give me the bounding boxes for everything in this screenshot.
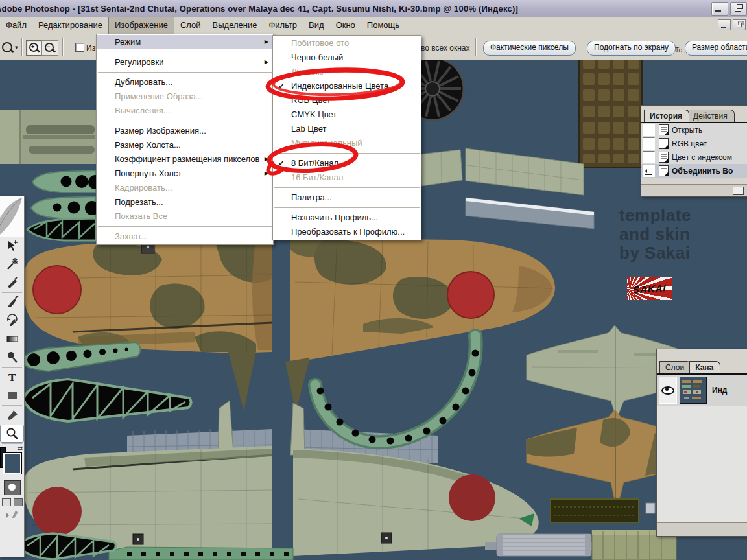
menu-item-label: Палитра... bbox=[291, 192, 332, 202]
menu-item-mode_submenu-15[interactable]: Преобразовать к Профилю... bbox=[273, 225, 421, 239]
menu-item-mode_submenu-14[interactable]: Назначить Профиль... bbox=[273, 211, 421, 225]
menu-item-image_menu-8[interactable]: Размер Изображения... bbox=[97, 124, 273, 138]
background-color-swatch[interactable] bbox=[3, 452, 22, 474]
zoom-in-button[interactable]: + bbox=[26, 40, 43, 56]
menubar-item-3[interactable]: Слой bbox=[174, 17, 207, 34]
history-brush-tool[interactable] bbox=[0, 312, 24, 330]
eyedropper-icon bbox=[5, 408, 19, 423]
options-button-2[interactable]: Размер области п bbox=[685, 41, 747, 56]
history-state-icon bbox=[659, 124, 669, 135]
menu-item-label: Повернуть Холст bbox=[115, 169, 182, 178]
menu-item-mode_submenu-7: Мультиканальный bbox=[273, 136, 421, 150]
menu-item-label: Lab Цвет bbox=[291, 124, 326, 134]
part-fuselage-strip bbox=[0, 110, 96, 164]
menu-item-mode_submenu-12[interactable]: Палитра... bbox=[273, 191, 421, 205]
jump-to-imageready-button[interactable] bbox=[6, 511, 19, 519]
menu-item-image_menu-11[interactable]: Повернуть Холст▶ bbox=[97, 167, 273, 181]
menu-item-label: Режим bbox=[115, 37, 141, 47]
menu-item-image_menu-0[interactable]: Режим▶ bbox=[97, 35, 273, 49]
zoom-icon bbox=[5, 426, 19, 441]
part-rib-pills bbox=[27, 170, 102, 240]
visibility-well[interactable] bbox=[659, 377, 677, 404]
menu-item-label: 16 Бит/Канал bbox=[291, 172, 343, 182]
title-bar[interactable]: Adobe Photoshop - [31st Sentai-2nd Chuta… bbox=[0, 0, 747, 18]
menubar-item-6[interactable]: Вид bbox=[303, 17, 330, 34]
dodge-tool[interactable] bbox=[0, 348, 24, 366]
menu-item-image_menu-9[interactable]: Размер Холста... bbox=[97, 138, 273, 152]
menubar-item-1[interactable]: Редактирование bbox=[32, 17, 108, 34]
menubar-item-2[interactable]: Изображение bbox=[108, 17, 174, 34]
options-button-1[interactable]: Подогнать по экрану bbox=[587, 41, 676, 56]
new-snapshot-icon[interactable] bbox=[733, 187, 744, 195]
menu-item-image_menu-4[interactable]: Дублировать... bbox=[97, 75, 273, 89]
menu-item-label: Кадрировать... bbox=[115, 183, 172, 192]
menubar-item-8[interactable]: Помощь bbox=[361, 17, 405, 34]
move-tool[interactable] bbox=[0, 237, 24, 255]
minimize-button[interactable] bbox=[711, 2, 728, 16]
zoom-out-button[interactable]: − bbox=[42, 40, 58, 56]
restore-button[interactable] bbox=[730, 2, 747, 16]
menu-item-label: Вычисления... bbox=[115, 106, 171, 115]
history-item-1[interactable]: RGB цвет bbox=[641, 137, 747, 150]
menu-item-image_menu-10[interactable]: Коэффициент размещения пикселов▶ bbox=[97, 152, 273, 167]
tab-channels_palette-0[interactable]: Слои bbox=[659, 361, 691, 373]
type-tool[interactable]: T bbox=[0, 368, 24, 386]
menu-item-mode_submenu-5[interactable]: CMYK Цвет bbox=[273, 108, 421, 122]
document-restore-button[interactable] bbox=[733, 19, 746, 30]
swap-colors-icon[interactable]: ⇄ bbox=[18, 445, 23, 452]
resize-windows-checkbox[interactable] bbox=[75, 43, 84, 52]
history-item-2[interactable]: Цвет с индексом bbox=[641, 150, 747, 164]
document-minimize-button[interactable] bbox=[718, 19, 731, 30]
menubar-item-7[interactable]: Окно bbox=[330, 17, 361, 34]
shape-tool[interactable] bbox=[0, 386, 24, 404]
magic-wand-tool[interactable] bbox=[0, 255, 24, 274]
options-button-0[interactable]: Фактические пикселы bbox=[483, 41, 576, 56]
history-source-well[interactable] bbox=[643, 137, 655, 150]
check-icon: ✓ bbox=[278, 156, 285, 170]
tab-history_palette-1[interactable]: Действия bbox=[687, 110, 735, 122]
menu-item-mode_submenu-9[interactable]: ✓8 Бит/Канал bbox=[273, 156, 421, 170]
divider bbox=[21, 38, 22, 56]
menubar-item-0[interactable]: Файл bbox=[0, 17, 32, 34]
quick-mask-mode-button[interactable] bbox=[4, 480, 21, 495]
gradient-tool[interactable] bbox=[0, 330, 24, 348]
menu-item-label: Применение Образа... bbox=[115, 91, 203, 101]
menu-item-label: Дублировать... bbox=[115, 77, 172, 87]
menu-item-mode_submenu-4[interactable]: RGB Цвет bbox=[273, 93, 421, 108]
slice-tool[interactable] bbox=[0, 274, 24, 292]
menu-item-image_menu-13[interactable]: Подрезать... bbox=[97, 195, 273, 209]
menu-item-image_menu-2[interactable]: Регулировки▶ bbox=[97, 55, 273, 69]
menu-item-label: CMYK Цвет bbox=[291, 110, 337, 119]
channel-row[interactable]: Инд bbox=[657, 375, 747, 406]
eyedropper-tool[interactable] bbox=[0, 406, 24, 425]
restore-icon bbox=[735, 6, 741, 12]
color-swatches[interactable]: ⇄ bbox=[0, 445, 24, 478]
menu-item-mode_submenu-3[interactable]: ✓Индексированные Цвета bbox=[273, 79, 421, 93]
part-olive-strip bbox=[551, 499, 655, 522]
toolbox-separator bbox=[2, 292, 22, 293]
menu-item-label: Размер Холста... bbox=[115, 140, 181, 150]
zoom-all-windows-label: во всех окнах bbox=[421, 43, 469, 52]
zoom-tool[interactable] bbox=[0, 425, 24, 443]
brush-tool[interactable] bbox=[0, 294, 24, 312]
history-item-label: Открыть bbox=[672, 126, 702, 135]
tab-channels_palette-1[interactable]: Кана bbox=[689, 361, 720, 373]
history-state-icon bbox=[659, 152, 669, 163]
menubar-item-5[interactable]: Фильтр bbox=[263, 17, 303, 34]
tab-history_palette-0[interactable]: История bbox=[644, 110, 689, 122]
full-screen-mode-button[interactable] bbox=[14, 498, 23, 506]
standard-screen-mode-button[interactable] bbox=[2, 498, 11, 506]
channels-palette-topband[interactable] bbox=[657, 349, 747, 360]
tool-preset-picker[interactable]: ▾ bbox=[2, 40, 21, 54]
menubar-item-4[interactable]: Выделение bbox=[207, 17, 263, 34]
channel-thumbnail bbox=[680, 377, 707, 404]
history-source-well[interactable] bbox=[643, 151, 655, 163]
menu-item-label: 8 Бит/Канал bbox=[291, 158, 338, 168]
menu-item-label: Захват... bbox=[115, 231, 148, 241]
menu-item-mode_submenu-1[interactable]: Черно-белый bbox=[273, 51, 421, 65]
history-item-0[interactable]: Открыть bbox=[641, 123, 747, 137]
menu-item-mode_submenu-6[interactable]: Lab Цвет bbox=[273, 122, 421, 136]
history-item-3[interactable]: Объединить Во bbox=[641, 164, 747, 178]
history-source-well[interactable] bbox=[643, 165, 655, 177]
history-source-well[interactable] bbox=[643, 124, 655, 136]
